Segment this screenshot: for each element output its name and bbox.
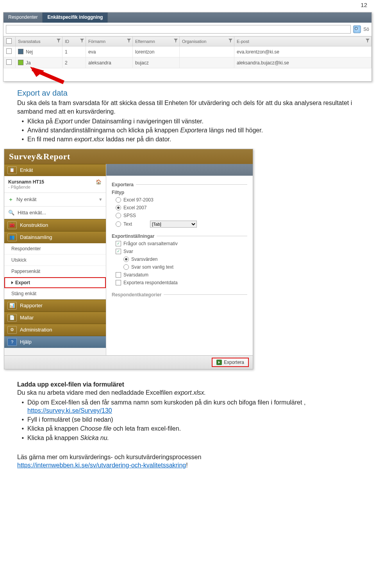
plus-icon: ＋ [8,196,13,203]
tab-respondenter[interactable]: Respondenter [4,12,43,23]
main-panel: Exportera Filtyp Excel 97-2003 Excel 200… [106,164,253,355]
filter-icon[interactable] [229,39,232,43]
col-fornamn[interactable]: Förnamn [86,37,133,46]
help-icon: ? [7,338,17,346]
cell-organisation [180,57,234,68]
sidebar-item-pappersenkat[interactable]: Pappersenkät [4,266,106,277]
table-row[interactable]: Nej 1 eva lorentzon eva.lorentzon@ki.se [4,46,371,57]
sidebar: 📋Enkät 🏠 Kursnamn HT15 - Pågående ＋Ny en… [4,164,106,355]
col-efternamn[interactable]: Efternamn [133,37,180,46]
status-label: Nej [26,49,33,55]
list-item: Använd standardinställningarna och klick… [27,126,368,134]
filter-icon[interactable] [80,39,84,43]
bottom-toolbar: Exportera [4,355,253,369]
sidebar-section-hjalp[interactable]: ?Hjälp [4,336,106,348]
sidebar-section-mallar[interactable]: 📄Mallar [4,312,106,324]
radio-text[interactable]: Text [Tab] [112,219,247,229]
checkbox-exportera-respondentdata[interactable]: Exportera respondentdata [112,279,247,287]
cell-fornamn: eva [86,46,133,57]
fieldset-exportera: Exportera [112,182,247,187]
sidebar-section-konstruktion[interactable]: 🧰Konstruktion [4,219,106,231]
tools-icon: 🧰 [7,221,17,229]
search-icon[interactable] [353,25,361,33]
filter-icon[interactable] [174,39,178,43]
status-label: Ja [26,60,31,66]
course-status: - Pågående [8,185,102,189]
sidebar-section-datainsamling[interactable]: 👥Datainsamling [4,231,106,243]
status-badge [18,49,23,54]
col-organisation[interactable]: Organisation [180,37,234,46]
tab-enkatspecifik[interactable]: Enkätspecifik inloggning [43,12,108,23]
select-delimiter[interactable]: [Tab] [150,221,197,228]
radio-svarsvarden[interactable]: Svarsvärden [120,255,247,263]
paragraph: Du ska nu arbeta vidare med den nedladda… [17,388,368,397]
cell-efternamn: bujacz [133,57,180,68]
radio-svar-vanlig[interactable]: Svar som vanlig text [120,263,247,271]
list-item: En fil med namn export.xlsx laddas ner p… [27,135,368,143]
label-filtyp: Filtyp [112,190,247,195]
list-item: Klicka på knappen Skicka nu. [27,434,368,442]
col-checkbox[interactable] [4,37,16,46]
screenshot-respondents-grid: Respondenter Enkätspecifik inloggning Sö… [3,12,372,82]
sidebar-section-enkat[interactable]: 📋Enkät [4,164,106,176]
search-icon: 🔍 [8,210,14,216]
filter-icon[interactable] [57,39,61,43]
fieldset-exportinstallningar: Exportinställningar [112,233,247,239]
filter-icon[interactable] [127,39,131,43]
row-checkbox[interactable] [6,59,12,65]
sidebar-item-stang-enkat[interactable]: Stäng enkät [4,288,106,299]
radio-excel2007[interactable]: Excel 2007 [112,204,247,212]
paragraph: https://internwebben.ki.se/sv/utvarderin… [17,461,368,469]
triangle-icon [11,281,13,284]
checkbox-icon[interactable] [6,38,12,44]
cell-epost: eva.lorentzon@ki.se [234,46,371,57]
course-header: 🏠 Kursnamn HT15 - Pågående [4,176,106,193]
chevron-down-icon: ▾ [99,196,102,202]
sidebar-item-ny-enkat[interactable]: ＋Ny enkät▾ [4,193,106,207]
clipboard-icon: 📋 [7,166,17,174]
fieldset-respondentkategorier: Respondentkategorier [112,292,247,298]
radio-excel97[interactable]: Excel 97-2003 [112,196,247,204]
course-name: Kursnamn HT15 [8,179,102,185]
list-item: Klicka på knappen Choose file och leta f… [27,424,368,433]
paragraph: Du ska dels ta fram svarsdata för att sk… [17,99,368,115]
table-row[interactable]: Ja 2 aleksandra bujacz aleksandra.bujacz… [4,57,371,68]
cell-organisation [180,46,234,57]
cell-fornamn: aleksandra [86,57,133,68]
chart-icon: 📊 [7,302,17,310]
list-item: Fyll i formuläret (se bild nedan) [27,415,368,424]
bullet-list: Klicka på Export under Datainsamling i n… [17,117,368,143]
template-icon: 📄 [7,314,17,322]
radio-spss[interactable]: SPSS [112,212,247,219]
cell-efternamn: lorentzon [133,46,180,57]
link-survey[interactable]: https://survey.ki.se/Survey/130 [27,407,112,414]
sidebar-section-rapporter[interactable]: 📊Rapporter [4,299,106,312]
sidebar-subitems: Respondenter Utskick Pappersenkät Export… [4,243,106,299]
heading-ladda-upp: Ladda upp excel-filen via formuläret [17,380,368,388]
sidebar-item-hitta-enkat[interactable]: 🔍Hitta enkät... [4,207,106,219]
col-epost[interactable]: E-post [234,37,371,46]
screenshot-export-panel: Survey&Report 📋Enkät 🏠 Kursnamn HT15 - P… [4,149,253,369]
search-button-label[interactable]: Sö [363,27,369,32]
export-icon [216,360,222,365]
export-button[interactable]: Exportera [212,358,249,367]
sidebar-item-utskick[interactable]: Utskick [4,255,106,266]
filter-icon[interactable] [366,39,370,43]
checkbox-fragor[interactable]: Frågor och svarsalternativ [112,240,247,248]
gear-icon: ⚙ [7,326,17,334]
respondents-table: Svarsstatus ID Förnamn Efternamn Organis… [4,36,371,68]
home-icon[interactable]: 🏠 [96,179,102,185]
panel-topstrip [106,164,253,176]
checkbox-svar[interactable]: Svar [112,248,247,255]
checkbox-svarsdatum[interactable]: Svarsdatum [112,271,247,279]
sidebar-item-export[interactable]: Export [4,277,106,288]
sidebar-item-respondenter[interactable]: Respondenter [4,243,106,255]
cell-id: 2 [62,57,86,68]
row-checkbox[interactable] [6,48,12,54]
search-input[interactable] [6,25,351,34]
sidebar-section-administration[interactable]: ⚙Administration [4,324,106,336]
bullet-list: Döp om Excel-filen så den får samma namn… [17,398,368,442]
link-internwebben[interactable]: https://internwebben.ki.se/sv/utvarderin… [17,462,186,469]
col-svarsstatus[interactable]: Svarsstatus [16,37,62,46]
col-id[interactable]: ID [62,37,86,46]
